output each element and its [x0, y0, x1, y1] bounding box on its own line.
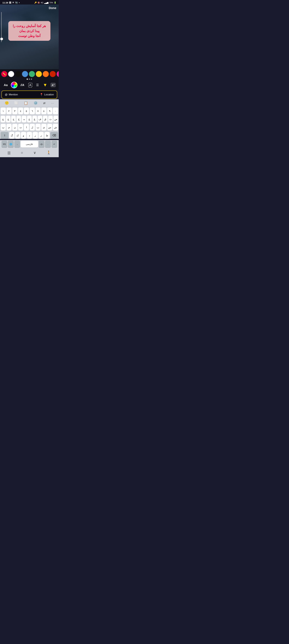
key-lam[interactable]: ل [30, 124, 35, 131]
text-effect-button[interactable]: A [27, 82, 33, 88]
space-button[interactable]: فارسی [21, 141, 38, 148]
page-dots [0, 78, 59, 80]
row1: چ ج ح خ ه ع غ ف ق ث ص [1, 116, 58, 122]
dot-2 [29, 78, 30, 80]
text-resize-button[interactable]: A+ [51, 83, 56, 87]
color-wheel-button[interactable] [11, 82, 18, 88]
key-alef[interactable]: ا [24, 124, 29, 131]
backspace-button[interactable]: ⌫ [50, 132, 58, 139]
shift-button[interactable]: ⇧ [1, 132, 9, 139]
key-khe[interactable]: خ [17, 116, 21, 122]
key-se[interactable]: ث [48, 116, 53, 122]
bars-nav-icon: ||| [8, 150, 11, 155]
key-6[interactable]: ٦ [30, 108, 35, 114]
photo-icon: 🖼 [9, 1, 11, 4]
text-style-button[interactable]: //A [20, 82, 25, 88]
color-red[interactable] [50, 71, 56, 77]
key-sad[interactable]: ص [54, 116, 58, 122]
language-switch-button[interactable]: ⇄ [43, 100, 46, 106]
return-button[interactable]: ↵ [52, 141, 57, 148]
color-orange[interactable] [43, 71, 49, 77]
navigation-bar: ||| ○ ∨ 🚶 [0, 149, 59, 157]
keyboard-bottom-bar: !#1 🌐 ، فارسی ◁▷ . ↵ [0, 140, 59, 149]
key-4[interactable]: ٤ [18, 108, 23, 114]
key-che[interactable]: چ [1, 116, 5, 122]
key-qaf[interactable]: ق [43, 116, 48, 122]
mention-button[interactable]: @ Mention [5, 93, 18, 96]
bars-icon: ▂▄▆ [44, 2, 49, 4]
eyedropper-button[interactable]: ✏️ [1, 71, 7, 77]
accessibility-icon: 🚶 [47, 150, 51, 155]
key-5[interactable]: ٥ [24, 108, 29, 114]
dot-1 [27, 78, 28, 80]
nav-home-button[interactable]: ○ [18, 150, 26, 156]
twitter-icon: ✕ [12, 1, 14, 4]
symbols-button[interactable]: !#1 [2, 141, 7, 148]
location-button[interactable]: 📍 Location [40, 93, 54, 96]
key-sin[interactable]: س [47, 124, 52, 131]
translate-button[interactable]: ⬜ [14, 100, 19, 106]
key-dal[interactable]: د [27, 132, 32, 139]
signal-icon: 4G [41, 2, 43, 4]
key-2[interactable]: ٢ [7, 108, 12, 114]
key-be[interactable]: ب [36, 124, 41, 131]
battery-display: 70% [49, 2, 53, 4]
key-8[interactable]: ٨ [41, 108, 47, 114]
status-bar: 11:28 🖼 ✕ 📷 • 🔑 🔇 4G ▂▄▆ 70% 🔋 [0, 0, 59, 4]
nav-back-button[interactable]: ||| [5, 150, 13, 156]
color-pink[interactable] [57, 71, 59, 77]
key-ha[interactable]: ه [22, 116, 26, 122]
color-green[interactable] [29, 71, 35, 77]
emoji-button[interactable]: 🙂 [4, 100, 9, 106]
key-pe[interactable]: پ [1, 124, 6, 131]
comma-button[interactable]: ، [14, 141, 20, 148]
dot-icon: • [19, 1, 20, 4]
instagram-icon: 📷 [15, 1, 18, 4]
color-palette: ✏️ [0, 69, 59, 78]
key-mim[interactable]: م [7, 124, 12, 131]
key-9[interactable]: ٩ [47, 108, 52, 114]
key-ain[interactable]: ع [27, 116, 32, 122]
nav-accessibility-button[interactable]: 🚶 [44, 150, 54, 156]
row2: پ م ن ت ا ل ب ی س ش [1, 124, 58, 131]
nav-recents-button[interactable]: ∨ [31, 150, 39, 156]
key-0[interactable]: ٠ [53, 108, 58, 114]
key-ye[interactable]: ی [41, 124, 47, 131]
chevron-down-icon: ∨ [34, 150, 36, 155]
keyboard-settings-button[interactable]: ⚙️ [33, 100, 38, 106]
key-gaf[interactable]: گ [9, 132, 15, 139]
key-kaf[interactable]: ک [15, 132, 20, 139]
key-ze[interactable]: ز [39, 132, 44, 139]
align-button[interactable]: ☰ [35, 82, 40, 88]
key-3[interactable]: ٣ [12, 108, 18, 114]
key-fe[interactable]: ف [38, 116, 42, 122]
cursor-lr-button[interactable]: ◁▷ [39, 141, 44, 148]
keyboard: ١ ٢ ٣ ٤ ٥ ٦ ٧ ٨ ٩ ٠ چ ج ح خ ه ع غ ف ق ث … [0, 107, 59, 139]
more-button[interactable]: ··· [51, 100, 55, 106]
key-1[interactable]: ١ [1, 108, 6, 114]
key-vav[interactable]: و [21, 132, 26, 139]
globe-button[interactable]: 🌐 [8, 141, 14, 148]
key-ghain[interactable]: غ [32, 116, 37, 122]
text-bubble[interactable]: هر کجا آسایش روحت را پیدا کردی بمان آنجا… [8, 21, 51, 41]
key-shin[interactable]: ش [53, 124, 58, 131]
period-button[interactable]: . [45, 141, 51, 148]
key-7[interactable]: ٧ [36, 108, 41, 114]
clipboard-button[interactable]: 📋 [23, 100, 29, 106]
color-white[interactable] [8, 71, 14, 77]
done-button[interactable]: Done [49, 6, 56, 10]
color-blue[interactable] [22, 71, 28, 77]
key-nun[interactable]: ن [12, 124, 18, 131]
language-icon: ⇄ [43, 102, 46, 105]
arrow-down-button[interactable]: ▼ [42, 82, 48, 88]
color-black[interactable] [15, 71, 21, 77]
gear-icon: ⚙️ [34, 101, 38, 105]
arrow-down-icon: ▼ [43, 82, 47, 88]
key-jim[interactable]: ج [6, 116, 11, 122]
key-ta[interactable]: ط [44, 132, 50, 139]
key-te[interactable]: ت [18, 124, 23, 131]
font-button[interactable]: Aa [3, 82, 9, 88]
color-yellow[interactable] [36, 71, 42, 77]
key-he[interactable]: ح [11, 116, 16, 122]
key-re[interactable]: ر [33, 132, 38, 139]
